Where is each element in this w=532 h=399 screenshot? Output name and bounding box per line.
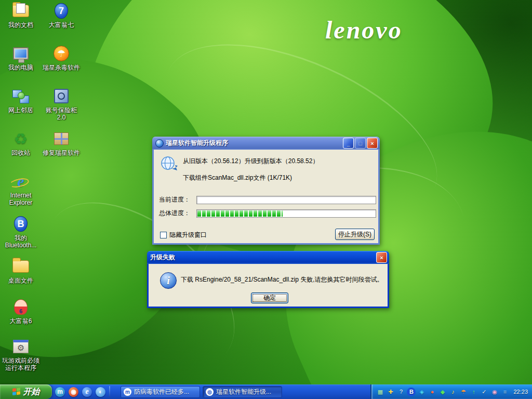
desktop-icon-game7[interactable]: 7 大富翁七 [42, 2, 81, 29]
desktop-icon-rising-antivirus[interactable]: ☂ 瑞星杀毒软件 [42, 45, 81, 71]
pre-game-program-icon: ⚙ [11, 338, 30, 355]
internet-explorer-icon: e [11, 172, 30, 190]
quick-launch-media-player-icon[interactable]: ◉ [69, 387, 78, 397]
version-line: 从旧版本（20.56.12）升级到新版本（20.58.52） [183, 157, 318, 166]
overall-progress-label: 总体进度： [159, 209, 196, 218]
my-documents-icon [11, 2, 30, 20]
overall-progress-fill [197, 210, 283, 217]
quick-launch: m ◉ e ◐ [55, 384, 110, 399]
desktop-icon-bluetooth[interactable]: B 我的 Bluetooth... [1, 215, 41, 249]
desktop-files-icon [11, 258, 30, 275]
upgrade-window-titlebar[interactable]: 瑞星软件智能升级程序 _ □ × [152, 137, 380, 150]
upgrade-window: 瑞星软件智能升级程序 _ □ × 从旧版本（20.56.12）升级到新版本（20… [152, 137, 380, 245]
system-tray: ▦ ✚ ? B ◈ ● ◆ ♪ ☂ ↑ ✓ ◉ ≡ 22:23 [370, 384, 532, 399]
minimize-button[interactable]: _ [343, 138, 354, 149]
info-icon: i [160, 272, 177, 289]
maximize-button[interactable]: □ [355, 138, 366, 149]
desktop-icon-my-documents[interactable]: 我的文档 [1, 2, 41, 29]
desktop-icon-account-safe[interactable]: 账号保险柜 2.0 [42, 87, 81, 121]
desktop-icon-my-computer[interactable]: 我的电脑 [1, 45, 41, 71]
desktop: lenovo 我的文档 7 大富翁七 我的电脑 ☂ 瑞星杀毒软件 网上邻居 账号… [0, 0, 532, 384]
desktop-icon-game6[interactable]: 6 大富翁6 [1, 298, 41, 325]
desktop-icon-recycle-bin[interactable]: ♻ 回收站 [1, 130, 41, 156]
windows-logo-icon [12, 388, 21, 396]
start-button-label: 开始 [23, 387, 40, 397]
input-method-tray-icon[interactable]: ✚ [386, 388, 395, 396]
repair-rising-icon [52, 130, 71, 148]
desktop-icons: 我的文档 7 大富翁七 我的电脑 ☂ 瑞星杀毒软件 网上邻居 账号保险柜 2.0… [1, 1, 84, 380]
error-close-button[interactable]: × [376, 252, 387, 263]
upgrade-failed-dialog: 升级失败 × i 下载 RsEngine/20_58_21/ScanMac_dl… [147, 251, 389, 308]
desktop-icon-network-places[interactable]: 网上邻居 [1, 87, 41, 114]
my-computer-icon [11, 45, 30, 62]
overall-progress-bar [196, 209, 376, 218]
game6-icon: 6 [11, 298, 30, 316]
upload-status-tray-icon[interactable]: ↑ [469, 388, 478, 396]
desktop-icon-internet-explorer[interactable]: e Internet Explorer [1, 172, 41, 206]
upgrade-window-icon [155, 139, 164, 148]
hide-window-option: 隐藏升级窗口 [160, 231, 207, 240]
error-dialog-body: i 下载 RsEngine/20_58_21/ScanMac_dll.zip 失… [147, 264, 389, 308]
game7-icon: 7 [52, 2, 71, 20]
network-status-tray-icon[interactable]: ◆ [438, 388, 447, 396]
messenger-tray-icon[interactable]: ◈ [417, 388, 426, 396]
taskbar-button-antivirus-page[interactable]: m 防病毒软件已经多... [121, 386, 200, 398]
start-button[interactable]: 开始 [0, 384, 52, 399]
recycle-bin-icon: ♻ [11, 130, 30, 148]
taskbar-button-rising-upgrade[interactable]: ◎ 瑞星软件智能升级... [203, 386, 282, 398]
rising-antivirus-tray-icon[interactable]: ☂ [459, 388, 468, 396]
current-progress-bar [196, 196, 376, 204]
quick-launch-divider [109, 386, 110, 397]
error-dialog-titlebar[interactable]: 升级失败 × [147, 251, 389, 264]
bluetooth-icon: B [11, 215, 30, 233]
current-progress-label: 当前进度： [159, 195, 196, 204]
quick-launch-messenger-icon[interactable]: ◐ [96, 387, 105, 397]
firewall-tray-icon[interactable]: ◉ [490, 388, 499, 396]
error-message: 下载 RsEngine/20_58_21/ScanMac_dll.zip 失败,… [181, 275, 384, 284]
task-upgrade-icon: ◎ [206, 388, 214, 396]
help-agent-tray-icon[interactable]: ? [396, 388, 405, 396]
bluetooth-tray-icon[interactable]: B [407, 388, 416, 396]
alert-tray-icon[interactable]: ● [428, 388, 436, 396]
hide-window-checkbox-label: 隐藏升级窗口 [169, 231, 207, 240]
overall-progress-row: 总体进度： [159, 209, 376, 218]
lenovo-logo: lenovo [325, 16, 403, 44]
taskbar: 开始 m ◉ e ◐ m 防病毒软件已经多... ◎ 瑞星软件智能升级... ▦… [0, 384, 532, 399]
download-line: 下载组件ScanMac_dll.zip文件 (1K/71K) [183, 174, 292, 182]
account-safe-icon [52, 87, 71, 105]
desktop-icon-pre-game-program[interactable]: ⚙ 玩游戏前必须 运行本程序 [1, 338, 41, 371]
task-done-tray-icon[interactable]: ✓ [480, 388, 488, 396]
taskbar-clock[interactable]: 22:23 [513, 389, 528, 395]
display-tray-icon[interactable]: ▦ [376, 388, 384, 396]
network-places-icon [11, 87, 30, 105]
desktop-icon-repair-rising[interactable]: 修复瑞星软件 [42, 130, 81, 156]
close-button[interactable]: × [367, 138, 378, 149]
current-progress-row: 当前进度： [159, 195, 376, 204]
ok-button[interactable]: 确定 [251, 292, 288, 303]
quick-launch-browser-m-icon[interactable]: m [55, 387, 65, 397]
upgrade-window-body: 从旧版本（20.56.12）升级到新版本（20.58.52） 下载组件ScanM… [152, 150, 380, 245]
scheduler-tray-icon[interactable]: ≡ [500, 388, 509, 396]
quick-launch-internet-explorer-icon[interactable]: e [82, 387, 92, 397]
volume-tray-icon[interactable]: ♪ [448, 388, 457, 396]
task-browser-icon: m [124, 388, 131, 396]
rising-antivirus-icon: ☂ [52, 45, 71, 62]
hide-window-checkbox[interactable] [160, 232, 167, 238]
stop-upgrade-button[interactable]: 停止升级(S) [335, 229, 375, 240]
desktop-icon-desktop-files[interactable]: 桌面文件 [1, 258, 41, 284]
update-globe-icon [160, 155, 179, 174]
error-dialog-title: 升级失败 [150, 253, 375, 262]
upgrade-window-title: 瑞星软件智能升级程序 [166, 139, 342, 148]
